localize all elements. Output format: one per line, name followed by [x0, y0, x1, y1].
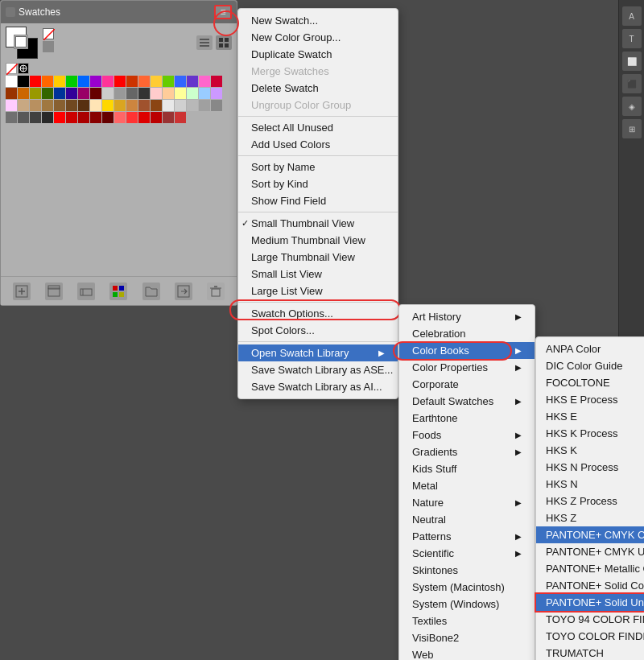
none-swatch[interactable] [6, 63, 17, 74]
menu-item-large-list[interactable]: Large List View [238, 283, 398, 299]
swatch-cell[interactable] [126, 112, 138, 123]
toolbar-icon-6[interactable]: ⊞ [622, 119, 642, 138]
submenu2-item-toyo[interactable]: TOYO COLOR FINDER [536, 628, 644, 645]
submenu2-item-hks-z[interactable]: HKS Z [536, 509, 644, 526]
submenu-item-metal[interactable]: Metal [399, 477, 535, 494]
submenu-item-color-properties[interactable]: Color Properties ▶ [399, 359, 535, 376]
submenu-item-nature[interactable]: Nature ▶ [399, 494, 535, 511]
submenu-item-foods[interactable]: Foods ▶ [399, 427, 535, 443]
submenu-item-art-history[interactable]: Art History ▶ [399, 308, 535, 325]
swatch-cell[interactable] [126, 100, 138, 111]
submenu-item-system-mac[interactable]: System (Macintosh) [399, 579, 535, 596]
submenu2-item-trumatch[interactable]: TRUMATCH [536, 645, 644, 660]
menu-item-sort-by-kind[interactable]: Sort by Kind [238, 175, 398, 192]
submenu2-item-toyo-94[interactable]: TOYO 94 COLOR FINDER [536, 611, 644, 628]
swatch-cell[interactable] [187, 88, 198, 99]
swatch-cell[interactable] [42, 100, 53, 111]
submenu-item-color-books[interactable]: Color Books ▶ [399, 342, 535, 359]
swatch-cell[interactable] [163, 112, 174, 123]
submenu-item-system-windows[interactable]: System (Windows) [399, 596, 535, 613]
swatch-cell[interactable] [66, 88, 77, 99]
toolbar-icon-3[interactable]: ⬜ [622, 52, 642, 71]
swatch-cell[interactable] [42, 76, 53, 87]
submenu-item-celebration[interactable]: Celebration [399, 325, 535, 342]
swatch-cell[interactable] [78, 88, 89, 99]
menu-item-delete-swatch[interactable]: Delete Swatch [238, 80, 398, 97]
delete-swatch-icon[interactable] [207, 283, 225, 300]
folder-icon[interactable] [142, 283, 160, 300]
swatch-cell[interactable] [30, 100, 41, 111]
menu-item-medium-thumbnail[interactable]: Medium Thumbnail View [238, 232, 398, 249]
none-icon[interactable] [43, 28, 54, 39]
submenu-item-textiles[interactable]: Textiles [399, 613, 535, 629]
submenu2-item-hks-e[interactable]: HKS E [536, 408, 644, 425]
swatch-cell[interactable] [42, 112, 53, 123]
swatch-cell[interactable] [6, 88, 17, 99]
menu-item-open-swatch-library[interactable]: Open Swatch Library ▶ [238, 344, 398, 361]
list-view-btn[interactable] [196, 35, 213, 50]
swatch-cell[interactable] [102, 100, 114, 111]
swatch-cell[interactable] [42, 88, 53, 99]
swatch-cell[interactable] [126, 76, 138, 87]
swatch-cell[interactable] [163, 100, 174, 111]
swatch-cell[interactable] [187, 76, 198, 87]
swatch-cell[interactable] [66, 76, 77, 87]
menu-item-new-color-group[interactable]: New Color Group... [238, 29, 398, 46]
submenu-item-kids-stuff[interactable]: Kids Stuff [399, 460, 535, 477]
stroke-fill[interactable] [14, 35, 28, 49]
toolbar-icon-4[interactable]: ⬛ [622, 74, 642, 93]
submenu-item-gradients[interactable]: Gradients ▶ [399, 443, 535, 460]
swatch-cell[interactable] [90, 76, 101, 87]
swatch-cell[interactable] [151, 88, 162, 99]
menu-item-sort-by-name[interactable]: Sort by Name [238, 159, 398, 175]
swatch-cell[interactable] [18, 88, 29, 99]
submenu2-item-hks-n[interactable]: HKS N [536, 476, 644, 493]
menu-item-add-used[interactable]: Add Used Colors [238, 136, 398, 153]
swatch-cell[interactable] [18, 100, 29, 111]
swatch-cell[interactable] [138, 88, 150, 99]
menu-item-show-find[interactable]: Show Find Field [238, 192, 398, 209]
swatch-cell[interactable] [6, 112, 17, 123]
toolbar-icon-2[interactable]: T [622, 29, 642, 48]
swatch-cell[interactable] [90, 88, 101, 99]
submenu2-item-pantone-solid-coated[interactable]: PANTONE+ Solid Coated [536, 577, 644, 594]
submenu2-item-hks-z-process[interactable]: HKS Z Process [536, 493, 644, 509]
swatch-cell[interactable] [151, 76, 162, 87]
swatch-cell[interactable] [163, 76, 174, 87]
panel-menu-button[interactable]: ≡ [214, 5, 232, 19]
swatch-cell[interactable] [30, 112, 41, 123]
color-group-icon[interactable] [109, 283, 127, 300]
swatch-cell[interactable] [175, 88, 186, 99]
swatch-cell[interactable] [211, 76, 222, 87]
submenu-item-patterns[interactable]: Patterns ▶ [399, 528, 535, 545]
panel-close-btn[interactable] [6, 7, 15, 17]
submenu-item-web[interactable]: Web [399, 646, 535, 660]
swatch-cell[interactable] [114, 88, 126, 99]
swatch-cell[interactable] [114, 112, 126, 123]
registration-swatch[interactable] [18, 63, 29, 74]
swatch-cell[interactable] [6, 76, 17, 87]
swatch-cell[interactable] [138, 100, 150, 111]
swatch-cell[interactable] [66, 112, 77, 123]
submenu2-item-focoltone[interactable]: FOCOLTONE [536, 374, 644, 391]
swatch-cell[interactable] [54, 76, 65, 87]
toolbar-icon-5[interactable]: ◈ [622, 97, 642, 116]
submenu-item-earthtone[interactable]: Earthtone [399, 410, 535, 427]
toolbar-icon-1[interactable]: A [622, 6, 642, 26]
menu-item-large-thumbnail[interactable]: Large Thumbnail View [238, 249, 398, 266]
submenu-item-neutral[interactable]: Neutral [399, 511, 535, 528]
menu-item-save-ase[interactable]: Save Swatch Library as ASE... [238, 361, 398, 378]
swatch-cell[interactable] [90, 100, 101, 111]
menu-item-small-list[interactable]: Small List View [238, 266, 398, 283]
submenu-item-default-swatches[interactable]: Default Swatches ▶ [399, 393, 535, 410]
swatch-cell[interactable] [78, 76, 89, 87]
new-swatch-icon[interactable] [13, 283, 31, 300]
swatch-cell[interactable] [6, 100, 17, 111]
move-swatch-icon[interactable] [175, 283, 192, 300]
swatch-cell[interactable] [102, 112, 114, 123]
swatch-cell[interactable] [54, 112, 65, 123]
menu-item-small-thumbnail[interactable]: Small Thumbnail View [238, 215, 398, 232]
swatch-cell[interactable] [175, 112, 186, 123]
submenu2-item-hks-e-process[interactable]: HKS E Process [536, 391, 644, 408]
menu-item-duplicate-swatch[interactable]: Duplicate Swatch [238, 46, 398, 63]
